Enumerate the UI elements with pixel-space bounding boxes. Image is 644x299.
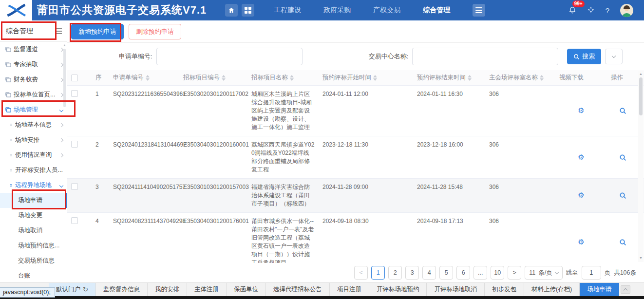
page-ellipsis[interactable]: ...	[474, 266, 487, 280]
search-button[interactable]: 搜索	[567, 49, 601, 64]
next-page-button[interactable]: >	[508, 266, 521, 280]
delete-reservation-button[interactable]: 删除预约申请	[129, 24, 181, 39]
sidebar-item-venue-cancel[interactable]: 场地取消	[0, 223, 67, 238]
table-scrollbar[interactable]: ▲▼	[638, 71, 644, 262]
prev-page-button[interactable]: <	[354, 266, 368, 280]
page-size-select[interactable]: 11 条/页	[525, 266, 562, 280]
nav-menu-toggle-icon[interactable]	[473, 4, 485, 17]
col-header-project-no[interactable]: 招标项目编号	[179, 74, 247, 82]
sort-icon[interactable]	[146, 75, 150, 81]
page-button-5[interactable]: 5	[439, 266, 453, 280]
page-button-4[interactable]: 4	[422, 266, 436, 280]
search-expand-button[interactable]	[605, 49, 623, 64]
add-reservation-button[interactable]: 新增预约申请	[71, 24, 124, 39]
nav-item-property-rights[interactable]: 产权交易	[373, 6, 400, 15]
sidebar-item-remote-venue[interactable]: 远程异地场地	[0, 178, 67, 193]
bottom-tab-preliminary-award[interactable]: 初步发包	[485, 283, 524, 296]
page-button-1[interactable]: 1	[371, 266, 385, 280]
view-detail-icon[interactable]	[619, 107, 626, 114]
col-header-room-name[interactable]: 主会场评标室名称	[485, 74, 555, 82]
nav-item-comprehensive-management[interactable]: 综合管理	[423, 6, 450, 15]
sort-icon[interactable]	[290, 75, 294, 81]
sidebar-item-trading-place-info[interactable]: 交易场所信息	[0, 253, 67, 268]
row-checkbox[interactable]	[71, 183, 78, 190]
view-detail-icon[interactable]	[619, 154, 626, 161]
sort-icon[interactable]	[373, 75, 377, 81]
bottom-tab-project-registration[interactable]: 项目注册	[330, 283, 369, 296]
page-button-10[interactable]: 10	[491, 266, 504, 280]
col-header-start-time[interactable]: 预约评标开始时间	[319, 74, 413, 82]
sidebar-item-supervision-channel[interactable]: 监督通道	[0, 42, 67, 57]
cell-end-time: 2023-12-18 16:00	[413, 136, 485, 178]
trading-center-input[interactable]	[412, 48, 558, 65]
notification-bell-icon[interactable]: 99+	[568, 5, 576, 15]
app-title: 莆田市公共资源电子交易系统V7.1	[37, 3, 207, 18]
apps-grid-icon[interactable]	[242, 4, 254, 17]
sidebar-item-evaluation-staff[interactable]: 开评标安排人员...	[0, 163, 67, 178]
view-detail-icon[interactable]	[619, 239, 626, 246]
fullscreen-icon[interactable]	[587, 6, 595, 15]
jump-page-input[interactable]	[582, 266, 601, 280]
sidebar-item-venue-management[interactable]: 场地管理	[0, 102, 67, 117]
col-header-end-time[interactable]: 预约评标结束时间	[413, 74, 485, 82]
bottom-tab-material-upload[interactable]: 材料上传(存档)	[524, 283, 580, 296]
refresh-icon[interactable]: ↻	[83, 286, 88, 293]
bottom-tab-agency-announcement[interactable]: 选择代理招标公告	[266, 283, 330, 296]
bottom-tab-bar: 默认门户 ↻ 监察督办信息 我的安排 主体注册 保函单位 选择代理招标公告 项目…	[0, 282, 644, 296]
video-download-icon[interactable]: ⚙	[578, 153, 584, 162]
sidebar-item-venue-basic-info[interactable]: 场地基本信息	[0, 117, 67, 132]
col-header-index[interactable]: 序	[92, 74, 109, 82]
sidebar-item-venue-application[interactable]: 场地申请	[0, 193, 67, 208]
logo-x-icon	[5, 3, 27, 18]
application-no-input[interactable]	[156, 48, 303, 65]
sidebar-item-bidder-homepage[interactable]: 投标单位首页...	[0, 87, 67, 102]
cell-project-no: E3503020301200117002	[179, 86, 247, 136]
row-checkbox[interactable]	[71, 90, 78, 97]
video-download-icon[interactable]: ⚙	[578, 238, 584, 246]
select-all-checkbox[interactable]	[71, 75, 78, 81]
notification-badge: 99+	[572, 0, 585, 7]
sidebar-item-venue-change[interactable]: 场地变更	[0, 208, 67, 223]
sort-icon[interactable]	[540, 75, 544, 81]
sidebar-item-ledger[interactable]: 台账	[0, 268, 67, 283]
tab-bar-collapse-icon[interactable]	[621, 285, 630, 294]
sidebar-item-expert-extraction[interactable]: 专家抽取	[0, 57, 67, 72]
home-icon[interactable]	[225, 4, 238, 17]
sidebar-item-usage-query[interactable]: 使用情况查询	[0, 148, 67, 163]
row-checkbox[interactable]	[71, 217, 78, 224]
col-header-application-no[interactable]: 申请单编号	[109, 74, 179, 82]
bottom-tab-my-arrangement[interactable]: 我的安排	[148, 283, 187, 296]
bottom-tab-venue-application[interactable]: 场地申请	[580, 283, 619, 296]
sidebar-scrollbar[interactable]: ▲	[62, 43, 67, 281]
sidebar-item-finance-fees[interactable]: 财务收费	[0, 72, 67, 87]
browser-status-bar: javascript:void(0);	[0, 287, 55, 298]
page-button-3[interactable]: 3	[405, 266, 419, 280]
page-button-2[interactable]: 2	[388, 266, 402, 280]
scrollbar-thumb[interactable]	[639, 77, 643, 115]
cell-application-no: SQ20231221163655043961	[109, 86, 179, 136]
nav-item-engineering[interactable]: 工程建设	[274, 6, 301, 15]
video-download-icon[interactable]: ⚙	[578, 191, 584, 200]
cell-end-time: 2024-01-11 16:30	[413, 86, 485, 136]
bottom-tab-subject-registration[interactable]: 主体注册	[187, 283, 227, 296]
view-detail-icon[interactable]	[619, 192, 626, 199]
sidebar-collapse-icon[interactable]	[55, 28, 62, 34]
bottom-tab-venue-cancellation[interactable]: 开评标场地取消	[427, 283, 485, 296]
row-checkbox[interactable]	[71, 141, 78, 148]
col-header-project-name[interactable]: 招标项目名称	[247, 74, 319, 82]
user-avatar[interactable]	[620, 4, 633, 17]
sort-icon[interactable]	[222, 75, 226, 81]
cell-project-name: 莆田市城乡供水一体化--莆田农村"一户一表"及老旧管网改造工程（荔城区黄石镇一户…	[247, 213, 319, 263]
video-download-icon[interactable]: ⚙	[578, 107, 584, 115]
table-row: 4 SQ20240823111437049298 E35030403012001…	[67, 213, 644, 263]
bottom-tab-default-portal[interactable]: 默认门户 ↻	[49, 283, 96, 296]
page-button-6[interactable]: 6	[456, 266, 470, 280]
nav-item-government-procurement[interactable]: 政府采购	[323, 6, 351, 15]
help-icon[interactable]: ?	[606, 6, 609, 15]
sidebar-item-venue-arrangement[interactable]: 场地安排	[0, 132, 67, 148]
sidebar-item-venue-reservation-info[interactable]: 场地预约信息...	[0, 238, 67, 253]
bottom-tab-venue-reservation[interactable]: 开评标场地预约	[369, 283, 427, 296]
bottom-tab-supervision-info[interactable]: 监察督办信息	[96, 283, 148, 296]
sort-icon[interactable]	[468, 75, 472, 81]
bottom-tab-guarantee-unit[interactable]: 保函单位	[227, 283, 266, 296]
